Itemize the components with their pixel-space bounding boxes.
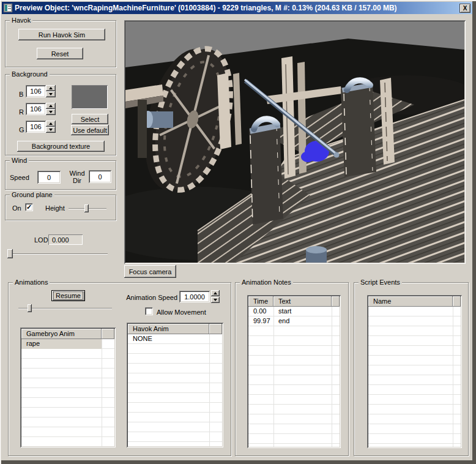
focus-camera-button[interactable]: Focus camera (124, 265, 176, 278)
spin-down-icon (214, 299, 217, 301)
wind-dir-label: Wind Dir (67, 170, 87, 184)
app-icon (4, 4, 12, 12)
wind-group-label: Wind (10, 157, 29, 164)
speed-spin-down-button[interactable] (211, 297, 220, 303)
animation-notes-body[interactable]: 0.00 start 99.97 end (248, 307, 340, 447)
channel-r-spin-up-button[interactable] (46, 103, 56, 109)
ground-on-label: On (12, 204, 21, 212)
note-row-time[interactable]: 99.97 (248, 316, 273, 326)
3d-viewport[interactable] (124, 20, 466, 264)
gamebryo-anim-column-header[interactable]: Gamebryo Anim (21, 329, 102, 339)
channel-b-spin-down-button[interactable] (46, 91, 56, 97)
channel-b-field[interactable]: 106 (26, 85, 46, 97)
script-events-body[interactable] (368, 307, 461, 447)
column-divider (273, 307, 274, 447)
use-default-button[interactable]: Use default (71, 125, 109, 135)
wind-dir-field[interactable]: 0 (89, 170, 111, 183)
animation-slider-track[interactable] (18, 308, 112, 309)
spin-down-icon (49, 93, 53, 95)
animations-group-label: Animations (13, 279, 50, 286)
script-events-group-label: Script Events (359, 279, 402, 286)
list-header-filler (102, 329, 114, 339)
list-header-filler (209, 324, 222, 334)
note-row-text[interactable]: end (273, 316, 332, 326)
text-column-header[interactable]: Text (273, 296, 332, 307)
havok-anim-column-header[interactable]: Havok Anim (128, 324, 209, 334)
speed-spin-up-button[interactable] (211, 290, 220, 296)
lod-label: LOD (34, 236, 48, 244)
close-button[interactable]: X (459, 4, 470, 13)
ground-height-label: Height (45, 204, 65, 212)
list-item-rape[interactable]: rape (21, 339, 102, 349)
allow-movement-checkbox[interactable] (145, 307, 153, 315)
channel-r-spin-down-button[interactable] (46, 109, 56, 115)
animation-notes-header: Time Text (248, 296, 340, 307)
channel-g-spinner (46, 121, 56, 133)
lod-field[interactable]: 0.000 (48, 234, 83, 245)
titlebar[interactable]: Preview Object: 'wncRapingMachineFurnitu… (2, 2, 472, 14)
spin-down-icon (49, 129, 53, 131)
ground-plane-group-label: Ground plane (10, 191, 54, 198)
note-row-text[interactable]: start (273, 307, 332, 316)
channel-r-field[interactable]: 106 (26, 103, 46, 115)
run-havok-sim-button[interactable]: Run Havok Sim (18, 29, 105, 40)
ground-height-slider-thumb[interactable] (84, 204, 89, 212)
animation-speed-spinner (211, 290, 220, 303)
list-header-filler (332, 296, 340, 307)
animation-speed-field[interactable]: 1.0000 (179, 291, 210, 302)
gamebryo-anim-body[interactable]: rape (21, 339, 114, 446)
resume-button[interactable]: Resume (51, 290, 85, 301)
check-icon: ✓ (26, 203, 32, 211)
time-column-header[interactable]: Time (248, 296, 273, 307)
lod-slider-thumb[interactable] (7, 249, 13, 258)
havok-group-label: Havok (10, 17, 32, 24)
spin-up-icon (49, 105, 53, 107)
channel-r-label: R (19, 108, 24, 116)
preview-object-window: Preview Object: 'wncRapingMachineFurnitu… (0, 0, 476, 464)
havok-anim-header: Havok Anim (128, 324, 222, 334)
animation-slider-thumb[interactable] (28, 304, 32, 312)
animation-notes-group-label: Animation Notes (240, 279, 293, 286)
spin-up-icon (49, 122, 53, 125)
havok-anim-body[interactable]: NONE (128, 334, 222, 446)
spin-up-icon (214, 292, 217, 294)
havok-anim-list[interactable]: Havok Anim NONE (127, 323, 223, 447)
window-title: Preview Object: 'wncRapingMachineFurnitu… (15, 4, 459, 12)
3d-preview-scene[interactable] (125, 21, 464, 263)
gamebryo-anim-list[interactable]: Gamebryo Anim rape (20, 327, 116, 447)
column-divider (102, 339, 102, 446)
allow-movement-label: Allow Movement (157, 309, 206, 316)
wind-speed-label: Speed (10, 174, 29, 181)
select-color-button[interactable]: Select (72, 114, 108, 124)
background-color-swatch (72, 85, 108, 109)
spin-up-icon (49, 87, 53, 89)
reset-button[interactable]: Reset (37, 48, 83, 59)
script-events-table[interactable]: Name (367, 295, 462, 448)
ground-on-checkbox[interactable]: ✓ (25, 203, 33, 211)
channel-g-label: G (19, 126, 24, 133)
wind-speed-field[interactable]: 0 (37, 171, 61, 184)
close-icon: X (463, 5, 467, 12)
channel-b-spinner (46, 85, 56, 97)
list-item-none[interactable]: NONE (128, 334, 209, 344)
channel-g-field[interactable]: 106 (26, 121, 46, 133)
list-header-filler (453, 296, 461, 307)
channel-b-label: B (19, 91, 23, 98)
channel-g-spin-up-button[interactable] (46, 121, 56, 127)
lod-slider-track[interactable] (9, 253, 108, 255)
note-row-time[interactable]: 0.00 (248, 307, 273, 316)
animation-notes-table[interactable]: Time Text 0.00 start 99.97 end (247, 295, 341, 448)
channel-b-spin-up-button[interactable] (46, 85, 56, 91)
column-divider (453, 307, 453, 447)
background-group-label: Background (10, 70, 50, 78)
spin-down-icon (49, 111, 53, 113)
channel-g-spin-down-button[interactable] (46, 127, 56, 133)
havok-group (5, 20, 116, 67)
name-column-header[interactable]: Name (368, 296, 453, 307)
background-texture-button[interactable]: Background texture (17, 141, 105, 152)
script-events-header: Name (368, 296, 461, 307)
animation-speed-label: Animation Speed (105, 294, 177, 301)
column-divider (332, 307, 332, 447)
column-divider (209, 334, 210, 446)
gamebryo-anim-header: Gamebryo Anim (21, 329, 114, 339)
